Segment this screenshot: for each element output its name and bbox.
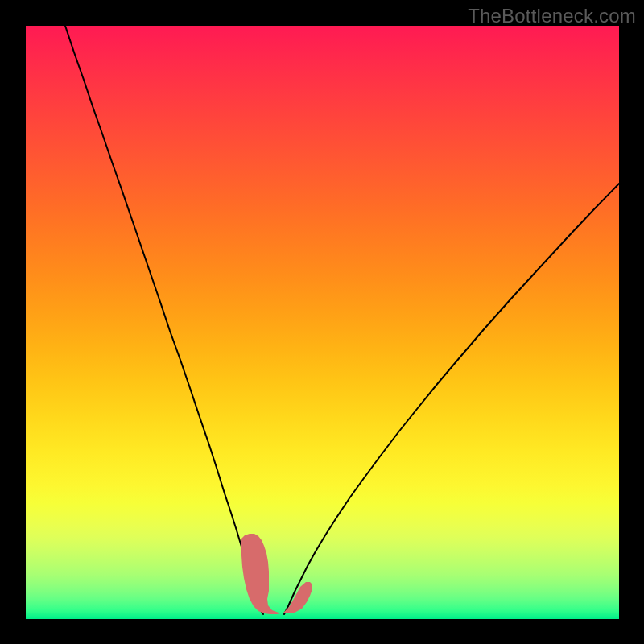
bottom-marker-blob [241,534,312,614]
chart-svg [26,26,619,619]
left-curve [65,26,263,614]
plot-area [26,26,619,619]
watermark-text: TheBottleneck.com [468,5,636,27]
chart-frame: TheBottleneck.com [0,0,644,644]
right-curve [284,184,619,614]
